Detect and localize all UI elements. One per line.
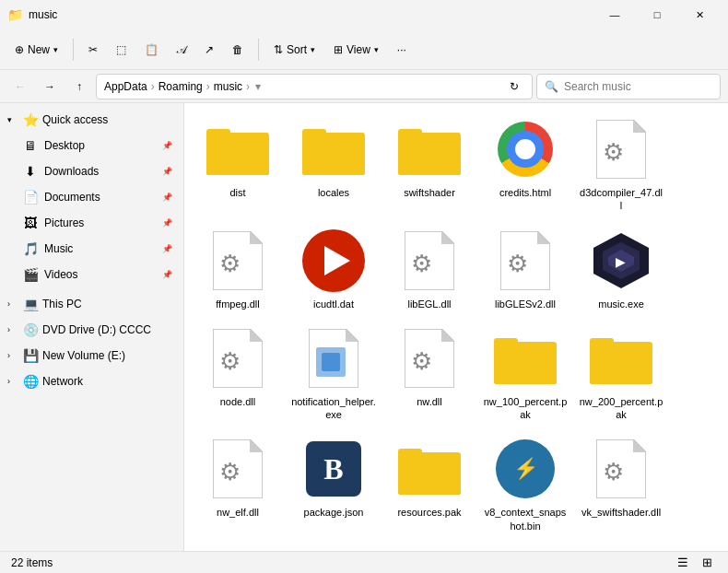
exe-icon-music: ▶ — [588, 228, 654, 294]
breadcrumb-appdata: AppData — [104, 80, 147, 93]
sidebar-item-videos[interactable]: 🎬 Videos 📌 — [4, 262, 180, 287]
folder-icon-dist — [205, 116, 271, 182]
sidebar-item-music[interactable]: 🎵 Music 📌 — [4, 236, 180, 262]
sidebar-newvolume-header[interactable]: › 💾 New Volume (E:) — [0, 343, 183, 368]
list-view-button[interactable]: ☰ — [673, 553, 693, 573]
more-button[interactable]: ··· — [390, 40, 414, 60]
chrome-icon-credits — [492, 116, 558, 182]
file-name-node: node.dll — [220, 395, 256, 408]
file-item-credits[interactable]: credits.html — [479, 111, 571, 218]
file-item-notif[interactable]: notification_helper.exe — [288, 320, 380, 427]
file-item-nw100[interactable]: nw_100_percent.pak — [479, 320, 571, 427]
file-name-locales: locales — [318, 186, 349, 199]
file-item-vkjson[interactable]: B vk_swiftshader_icd.json — [192, 542, 284, 551]
svg-text:⚙: ⚙ — [219, 250, 241, 277]
sidebar-thispc-header[interactable]: › 💻 This PC — [0, 291, 183, 317]
paste-button[interactable]: 📋 — [137, 40, 166, 60]
svg-rect-41 — [590, 338, 614, 351]
sidebar-dvd-header[interactable]: › 💿 DVD Drive (D:) CCCC — [0, 317, 183, 343]
back-button[interactable]: ← — [7, 74, 33, 99]
file-item-nwelf[interactable]: ⚙ nw_elf.dll — [192, 430, 284, 538]
window-icon: 📁 — [7, 7, 23, 22]
dvd-expander-icon: › — [7, 325, 18, 334]
file-item-libgles[interactable]: ⚙ libGLESv2.dll — [479, 222, 571, 316]
file-item-vkdll[interactable]: ⚙ vk_swiftshader.dll — [575, 430, 667, 538]
breadcrumb-roaming: Roaming — [159, 80, 203, 93]
breadcrumb-sep3: › — [246, 80, 250, 93]
file-item-v8[interactable]: ⚡ v8_context_snapshot.bin — [479, 430, 571, 538]
view-chevron-icon: ▾ — [374, 45, 379, 54]
toolbar: ⊕ New ▾ ✂ ⬚ 📋 𝒜 ↗ 🗑 ⇅ Sort ▾ ⊞ View ▾ ··… — [0, 29, 728, 70]
svg-marker-17 — [441, 231, 454, 244]
pictures-icon: 🖼 — [22, 216, 39, 230]
file-item-ffmpeg[interactable]: ⚙ ffmpeg.dll — [192, 222, 284, 316]
svg-rect-6 — [302, 129, 326, 142]
folder-icon-locales — [300, 116, 367, 182]
search-input[interactable] — [564, 80, 712, 93]
dll-icon-nw: ⚙ — [396, 325, 463, 392]
thispc-icon: 💻 — [22, 297, 39, 311]
file-item-musicexe[interactable]: ▶ music.exe — [575, 222, 667, 316]
close-button[interactable]: ✕ — [678, 0, 721, 29]
folder-icon-nw100 — [492, 325, 558, 392]
copy-button[interactable]: ⬚ — [109, 40, 134, 60]
share-button[interactable]: ↗ — [197, 40, 221, 60]
sidebar-item-pictures[interactable]: 🖼 Pictures 📌 — [4, 210, 180, 236]
forward-button[interactable]: → — [37, 74, 63, 99]
svg-rect-9 — [398, 129, 422, 142]
dll-icon-d3d: ⚙ — [588, 116, 654, 182]
file-item-vulkan[interactable]: ⚙ vulkan-1.dll — [288, 542, 380, 551]
maximize-button[interactable]: □ — [636, 0, 678, 29]
desktop-icon: 🖥 — [22, 138, 39, 153]
file-item-package[interactable]: B package.json — [288, 430, 380, 538]
sidebar-item-documents[interactable]: 📄 Documents 📌 — [4, 184, 180, 210]
up-button[interactable]: ↑ — [66, 74, 92, 99]
sidebar-item-desktop[interactable]: 🖥 Desktop 📌 — [4, 133, 180, 158]
network-label: Network — [42, 375, 83, 388]
file-item-nw200[interactable]: nw_200_percent.pak — [575, 320, 667, 427]
sidebar-item-downloads[interactable]: ⬇ Downloads 📌 — [4, 158, 180, 184]
file-item-node[interactable]: ⚙ node.dll — [192, 320, 284, 427]
sort-button[interactable]: ⇅ Sort ▾ — [266, 40, 323, 60]
file-item-nw[interactable]: ⚙ nw.dll — [383, 320, 476, 427]
breadcrumb-music: music — [214, 80, 242, 93]
svg-marker-27 — [250, 329, 263, 342]
file-name-icudtl: icudtl.dat — [313, 298, 354, 310]
folder-icon-resources — [396, 436, 463, 502]
dvd-icon: 💿 — [22, 322, 39, 337]
quickaccess-label: Quick access — [42, 113, 108, 126]
grid-view-button[interactable]: ⊞ — [697, 553, 717, 573]
file-item-resources[interactable]: resources.pak — [383, 430, 476, 538]
file-item-d3d[interactable]: ⚙ d3dcompiler_47.dll — [575, 111, 667, 218]
pin-icon3: 📌 — [162, 193, 172, 202]
thispc-expander-icon: › — [7, 299, 18, 309]
cut-button[interactable]: ✂ — [81, 40, 105, 60]
music-icon: 🎵 — [22, 241, 39, 256]
pin-icon5: 📌 — [162, 244, 172, 253]
file-name-dist: dist — [229, 186, 245, 199]
network-icon: 🌐 — [22, 374, 39, 389]
dat-icon-icudtl — [300, 228, 367, 294]
quickaccess-icon: ⭐ — [22, 112, 39, 127]
view-button[interactable]: ⊞ View ▾ — [326, 40, 386, 60]
minimize-button[interactable]: — — [593, 0, 636, 29]
pin-icon6: 📌 — [162, 270, 172, 279]
delete-button[interactable]: 🗑 — [225, 40, 251, 60]
rename-icon: 𝒜 — [177, 43, 186, 56]
file-item-dist[interactable]: dist — [192, 111, 284, 218]
statusbar: 22 items ☰ ⊞ — [0, 551, 728, 573]
file-item-swiftshader[interactable]: swiftshader — [383, 111, 476, 218]
new-button[interactable]: ⊕ New ▾ — [7, 40, 65, 60]
refresh-button[interactable]: ↻ — [504, 76, 524, 97]
breadcrumb[interactable]: AppData › Roaming › music › ▾ ↻ — [96, 74, 533, 99]
file-item-libegl[interactable]: ⚙ libEGL.dll — [383, 222, 476, 316]
sidebar-network-header[interactable]: › 🌐 Network — [0, 368, 183, 394]
quickaccess-expander-icon: ▾ — [7, 115, 18, 124]
file-item-locales[interactable]: locales — [288, 111, 380, 218]
rename-button[interactable]: 𝒜 — [170, 40, 194, 60]
v8-icon: ⚡ — [492, 436, 558, 502]
file-grid: dist locales — [192, 111, 721, 551]
sidebar-quickaccess-header[interactable]: ▾ ⭐ Quick access — [0, 107, 183, 133]
file-item-icudtl[interactable]: icudtl.dat — [288, 222, 380, 316]
svg-text:⚙: ⚙ — [219, 458, 241, 485]
